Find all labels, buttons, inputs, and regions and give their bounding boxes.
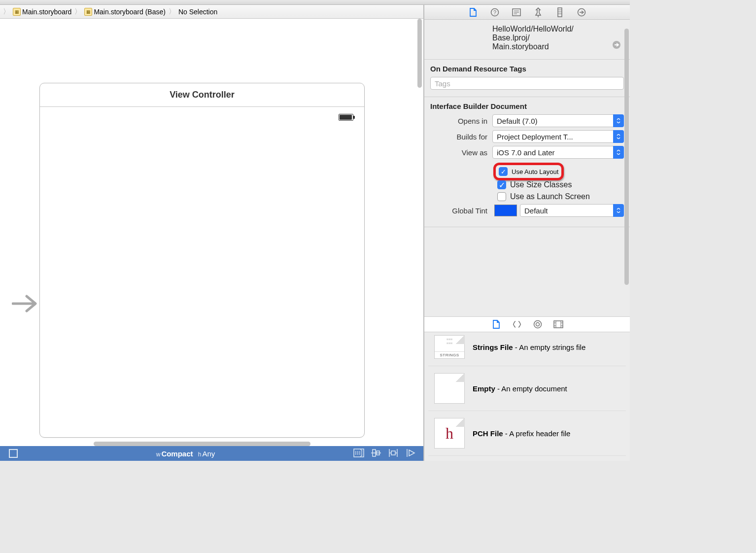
inspector-tabs: ?	[424, 5, 630, 20]
scene-title: View Controller	[40, 83, 364, 107]
opens-in-label: Opens in	[430, 117, 492, 125]
size-w-value: Compact	[161, 449, 193, 458]
library-item-pch[interactable]: h PCH File - A prefix header file	[428, 411, 626, 456]
help-inspector-tab-icon[interactable]: ?	[490, 7, 500, 17]
breadcrumb-seg-file[interactable]: ▦ Main.storyboard	[11, 8, 73, 16]
vertical-scrollbar[interactable]	[417, 19, 422, 88]
svg-text:?: ?	[493, 9, 496, 15]
battery-icon	[339, 114, 353, 121]
svg-rect-0	[354, 449, 364, 457]
library-tabs	[424, 316, 630, 332]
chevron-right-icon: 〉	[2, 7, 11, 16]
lib-item-title: Strings File	[473, 343, 513, 351]
ondemand-section-title: On Demand Resource Tags	[430, 65, 624, 73]
lib-item-desc: - An empty strings file	[513, 343, 586, 351]
lib-item-desc: - An empty document	[495, 384, 567, 393]
svg-rect-6	[391, 451, 395, 455]
inspector-pane: ? HelloWorld/HelloWorld/ Base.lproj/ Mai…	[424, 5, 630, 461]
file-template-lib-tab-icon[interactable]	[491, 319, 501, 329]
strings-file-icon: ≡≡≡≡≡≡ STRINGS	[434, 335, 465, 359]
tags-input[interactable]	[430, 77, 624, 90]
code-snippet-lib-tab-icon[interactable]	[512, 319, 522, 329]
path-line: Base.lproj/	[492, 34, 622, 42]
breadcrumb-label: No Selection	[178, 8, 217, 16]
use-as-launch-checkbox[interactable]	[497, 192, 506, 201]
media-lib-tab-icon[interactable]	[553, 319, 563, 329]
global-tint-select[interactable]: Default	[520, 204, 624, 217]
inspector-scrollbar[interactable]	[624, 29, 629, 285]
file-inspector-tab-icon[interactable]	[468, 7, 478, 17]
breadcrumb-seg-selection[interactable]: No Selection	[176, 8, 219, 16]
autolayout-highlight: ✓ Use Auto Layout	[493, 163, 564, 180]
chevron-right-icon: 〉	[73, 7, 82, 16]
identity-inspector-tab-icon[interactable]	[512, 7, 521, 17]
lib-item-title: Empty	[473, 384, 495, 393]
builds-for-select[interactable]: Project Deployment T...	[492, 130, 624, 143]
file-path-section: HelloWorld/HelloWorld/ Base.lproj/ Main.…	[424, 20, 630, 60]
reveal-arrow-icon[interactable]	[612, 40, 621, 51]
svg-rect-25	[554, 321, 563, 328]
stack-tool-icon[interactable]	[353, 449, 364, 459]
global-tint-color-well[interactable]	[494, 205, 517, 216]
ibd-section-title: Interface Builder Document	[430, 102, 624, 110]
pch-file-icon: h	[434, 418, 465, 449]
path-line: Main.storyboard	[492, 42, 622, 51]
align-tool-icon[interactable]	[371, 449, 381, 459]
connections-inspector-tab-icon[interactable]	[577, 7, 586, 17]
use-autolayout-label: Use Auto Layout	[512, 168, 558, 175]
svg-point-23	[534, 321, 541, 328]
size-w-prefix: w	[156, 451, 161, 458]
editor-pane: 〉 ▦ Main.storyboard 〉 ▦ Main.storyboard …	[0, 5, 424, 461]
storyboard-file-icon: ▦	[13, 8, 21, 16]
lib-item-title: PCH File	[473, 429, 503, 438]
svg-point-24	[536, 323, 539, 326]
horizontal-scrollbar[interactable]	[94, 442, 310, 446]
window-titlebar	[0, 0, 630, 5]
size-h-prefix: h	[198, 451, 202, 458]
breadcrumb-label: Main.storyboard (Base)	[94, 8, 166, 16]
pin-tool-icon[interactable]	[388, 449, 399, 459]
library-list: ≡≡≡≡≡≡ STRINGS Strings File - An empty s…	[424, 332, 630, 461]
object-lib-tab-icon[interactable]	[533, 319, 543, 329]
global-tint-label: Global Tint	[430, 207, 492, 215]
size-class-selector[interactable]: wCompact hAny	[18, 449, 353, 458]
breadcrumb-bar: 〉 ▦ Main.storyboard 〉 ▦ Main.storyboard …	[0, 5, 423, 19]
empty-file-icon	[434, 373, 465, 404]
storyboard-canvas[interactable]: View Controller	[0, 19, 423, 446]
outline-toggle-button[interactable]	[9, 449, 18, 458]
view-as-label: View as	[430, 148, 492, 157]
use-autolayout-checkbox[interactable]: ✓	[499, 167, 508, 176]
attributes-inspector-tab-icon[interactable]	[533, 7, 543, 17]
svg-rect-17	[558, 8, 562, 17]
use-size-classes-label: Use Size Classes	[510, 180, 572, 189]
storyboard-file-icon: ▦	[84, 8, 92, 16]
lib-item-desc: - A prefix header file	[503, 429, 571, 438]
use-size-classes-checkbox[interactable]: ✓	[497, 180, 506, 189]
resolve-tool-icon[interactable]	[406, 449, 416, 459]
breadcrumb-seg-base[interactable]: ▦ Main.storyboard (Base)	[82, 8, 168, 16]
breadcrumb-label: Main.storyboard	[22, 8, 71, 16]
size-inspector-tab-icon[interactable]	[555, 7, 565, 17]
use-as-launch-label: Use as Launch Screen	[510, 192, 590, 201]
view-as-select[interactable]: iOS 7.0 and Later	[492, 146, 624, 159]
library-item-empty[interactable]: Empty - An empty document	[428, 366, 626, 411]
library-item-strings[interactable]: ≡≡≡≡≡≡ STRINGS Strings File - An empty s…	[428, 332, 626, 366]
opens-in-select[interactable]: Default (7.0)	[492, 114, 624, 127]
view-controller-scene[interactable]: View Controller	[39, 83, 365, 438]
initial-scene-arrow-icon[interactable]	[12, 292, 39, 316]
canvas-bottom-toolbar: wCompact hAny	[0, 446, 423, 461]
path-line: HelloWorld/HelloWorld/	[492, 25, 622, 34]
builds-for-label: Builds for	[430, 133, 492, 141]
size-h-value: Any	[202, 449, 215, 458]
chevron-right-icon: 〉	[168, 7, 176, 16]
